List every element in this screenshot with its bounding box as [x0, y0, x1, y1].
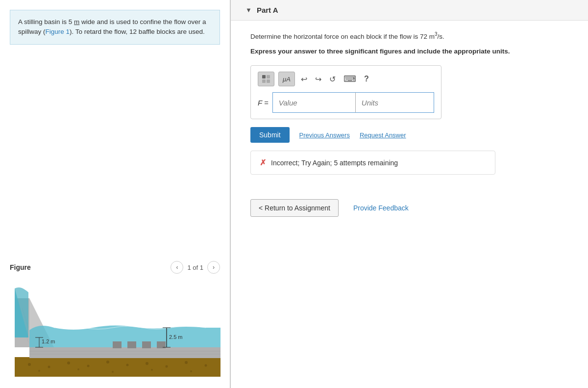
part-content: Determine the horizontal force on each b… — [231, 21, 588, 199]
svg-rect-39 — [267, 79, 270, 83]
svg-point-3 — [67, 362, 70, 364]
question-text: Determine the horizontal force on each b… — [250, 30, 568, 42]
collapse-arrow-icon[interactable]: ▼ — [245, 6, 252, 14]
error-box: ✗ Incorrect; Try Again; 5 attempts remai… — [250, 151, 495, 175]
f-label: F = — [258, 99, 269, 107]
figure1-link[interactable]: Figure 1 — [46, 28, 70, 35]
help-button[interactable]: ? — [362, 74, 371, 84]
error-icon: ✗ — [260, 158, 266, 167]
return-to-assignment-button[interactable]: < Return to Assignment — [250, 199, 339, 217]
action-row: Submit Previous Answers Request Answer — [250, 127, 568, 143]
problem-underline-m: m — [74, 18, 79, 26]
svg-rect-26 — [142, 341, 151, 348]
right-panel: ▼ Part A Determine the horizontal force … — [231, 0, 588, 388]
undo-button[interactable]: ↩ — [299, 74, 309, 85]
figure-nav: ‹ 1 of 1 › — [171, 261, 220, 274]
matrix-icon-button[interactable] — [258, 72, 274, 86]
mu-icon-button[interactable]: μA — [278, 72, 295, 86]
figure-header: Figure ‹ 1 of 1 › — [10, 261, 220, 274]
part-a-label: Part A — [257, 6, 278, 14]
svg-rect-24 — [113, 341, 122, 348]
reset-button[interactable]: ↺ — [327, 74, 338, 85]
svg-point-15 — [190, 370, 192, 372]
svg-point-13 — [112, 371, 114, 373]
svg-point-2 — [48, 366, 50, 368]
problem-text-part3: ). To retard the flow, 12 baffle blocks … — [70, 28, 205, 35]
problem-text-part1: A stilling basin is 5 — [18, 18, 74, 26]
svg-rect-36 — [262, 75, 266, 78]
math-toolbar: μA ↩ ↪ ↺ ⌨ ? — [258, 72, 434, 86]
part-a-header: ▼ Part A — [231, 0, 588, 21]
svg-point-1 — [28, 363, 31, 366]
units-input[interactable] — [356, 92, 434, 113]
value-input[interactable] — [272, 92, 356, 113]
redo-button[interactable]: ↪ — [313, 74, 323, 85]
svg-point-7 — [146, 362, 148, 365]
express-text: Express your answer to three significant… — [250, 47, 568, 56]
svg-point-14 — [151, 369, 153, 371]
submit-button[interactable]: Submit — [250, 127, 290, 143]
svg-point-5 — [106, 361, 109, 363]
svg-point-4 — [87, 365, 90, 367]
figure-nav-count: 1 of 1 — [187, 264, 203, 271]
previous-answers-link[interactable]: Previous Answers — [299, 131, 350, 139]
figure-image: 1.2 m 2.5 m — [15, 279, 220, 377]
problem-text-box: A stilling basin is 5 m wide and is used… — [10, 10, 220, 45]
keyboard-button[interactable]: ⌨ — [342, 73, 358, 85]
svg-point-10 — [205, 364, 207, 367]
svg-text:1.2 m: 1.2 m — [42, 338, 55, 344]
svg-rect-0 — [15, 357, 220, 377]
figure-section: Figure ‹ 1 of 1 › — [10, 261, 220, 378]
input-row: F = — [258, 92, 434, 113]
svg-point-8 — [166, 365, 168, 368]
svg-point-12 — [77, 368, 79, 370]
error-text: Incorrect; Try Again; 5 attempts remaini… — [271, 159, 398, 167]
provide-feedback-link[interactable]: Provide Feedback — [353, 204, 409, 212]
svg-point-6 — [126, 364, 129, 366]
request-answer-link[interactable]: Request Answer — [360, 131, 406, 139]
svg-text:2.5 m: 2.5 m — [169, 334, 183, 340]
prev-figure-button[interactable]: ‹ — [171, 261, 183, 274]
svg-point-9 — [185, 361, 188, 364]
next-figure-button[interactable]: › — [207, 261, 220, 274]
svg-rect-25 — [127, 341, 136, 348]
svg-rect-38 — [262, 79, 266, 83]
svg-point-11 — [38, 370, 40, 372]
svg-rect-37 — [267, 75, 270, 78]
left-panel: A stilling basin is 5 m wide and is used… — [0, 0, 230, 388]
svg-rect-16 — [29, 347, 220, 358]
answer-box: μA ↩ ↪ ↺ ⌨ ? F = — [250, 65, 441, 119]
figure-label: Figure — [10, 263, 31, 271]
bottom-row: < Return to Assignment Provide Feedback — [231, 199, 588, 217]
